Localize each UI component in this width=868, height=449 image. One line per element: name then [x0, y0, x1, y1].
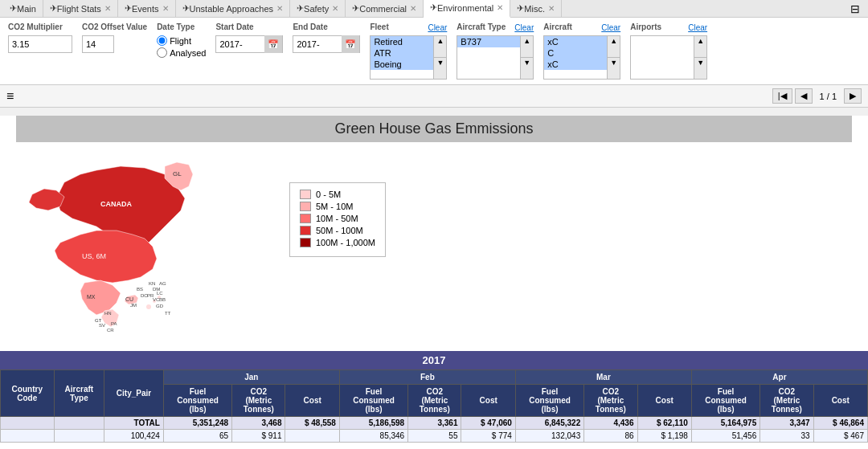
aircraft-scroll-up[interactable]: ▲: [608, 36, 620, 58]
tab-flight-stats-label: Flight Stats: [57, 4, 101, 14]
aircraft-scroll-down[interactable]: ▼: [608, 58, 620, 79]
aircraft-type-scroll-up[interactable]: ▲: [521, 36, 533, 58]
tab-flight-stats-close[interactable]: ✕: [104, 4, 111, 13]
airports-clear-link[interactable]: Clear: [688, 23, 707, 32]
fleet-clear-link[interactable]: Clear: [428, 23, 447, 32]
cu-label: CU: [125, 296, 133, 302]
col-feb-co2: CO2(MetricTonnes): [408, 385, 461, 417]
aircraft-item-xc2[interactable]: xC: [544, 59, 607, 70]
tab-events-close[interactable]: ✕: [162, 4, 169, 13]
airports-listbox[interactable]: [630, 35, 694, 80]
legend-label-100m-1000m: 100M - 1,000M: [316, 238, 375, 247]
end-date-input[interactable]: [293, 38, 342, 51]
row1-feb-co2: 55: [408, 430, 461, 443]
fleet-listbox[interactable]: Retired ATR Boeing: [370, 35, 434, 80]
radio-flight-input[interactable]: [157, 35, 167, 46]
fleet-item-atr[interactable]: ATR: [371, 47, 433, 59]
fleet-scroll-down[interactable]: ▼: [434, 58, 446, 79]
total-mar-cost: $ 62,110: [637, 417, 691, 430]
tab-environmental[interactable]: ✈ Environmental ✕: [424, 0, 510, 18]
aircraft-listbox[interactable]: xC C xC: [543, 35, 608, 80]
legend-label-10m-50m: 10M - 50M: [316, 214, 358, 223]
minimize-icon[interactable]: ⊟: [850, 2, 860, 15]
page-first-button[interactable]: |◀: [772, 88, 792, 104]
radio-analysed-input[interactable]: [157, 47, 167, 58]
row1-apr-cost: $ 467: [813, 430, 867, 443]
legend-item-50m-100m: 50M - 100M: [300, 226, 375, 235]
lc-label: LC: [157, 291, 163, 296]
end-date-calendar-icon[interactable]: 📅: [342, 35, 359, 53]
gd-label: GD: [156, 304, 164, 308]
tab-main[interactable]: ✈ Main: [3, 0, 43, 18]
fleet-label: Fleet: [370, 22, 388, 31]
tab-flight-stats[interactable]: ✈ Flight Stats ✕: [43, 0, 118, 18]
tab-events[interactable]: ✈ Events ✕: [118, 0, 176, 18]
aircraft-type-scroll-down[interactable]: ▼: [521, 58, 533, 79]
row1-feb-fuel: 85,346: [339, 430, 407, 443]
tab-commercial-close[interactable]: ✕: [410, 4, 416, 13]
date-type-radios: Flight Analysed: [157, 35, 206, 58]
col-feb-fuel: FuelConsumed(lbs): [339, 385, 407, 417]
aircraft-type-item-3[interactable]: [457, 49, 520, 51]
main-content: Green House Gas Emmissions: [0, 116, 868, 449]
caribbean-dot: [146, 304, 151, 309]
legend-swatch-100m-1000m: [300, 238, 311, 247]
airports-item-3[interactable]: [631, 39, 694, 41]
page-next-button[interactable]: ▶: [844, 88, 862, 104]
tab-unstable-close[interactable]: ✕: [276, 4, 283, 13]
table-section: 2017 CountryCode AircraftType City_Pair …: [0, 351, 868, 449]
tab-misc[interactable]: ✈ Misc. ✕: [510, 0, 562, 18]
radio-analysed[interactable]: Analysed: [157, 47, 206, 58]
aircraft-type-clear-link[interactable]: Clear: [514, 23, 534, 32]
page-prev-button[interactable]: ◀: [795, 88, 813, 104]
col-jan: Jan: [163, 370, 339, 385]
start-date-input[interactable]: [216, 38, 264, 51]
jm-label: JM: [130, 303, 137, 308]
col-mar: Mar: [515, 370, 691, 385]
start-date-wrap: 📅: [215, 35, 283, 53]
col-jan-cost: Cost: [285, 385, 339, 417]
tab-safety-close[interactable]: ✕: [332, 4, 338, 13]
co2-offset-input[interactable]: [82, 35, 114, 53]
fleet-scroll-up[interactable]: ▲: [434, 36, 446, 58]
aircraft-item-c[interactable]: C: [544, 47, 607, 59]
aircraft-item-xc[interactable]: xC: [544, 36, 607, 47]
airports-scroll-up[interactable]: ▲: [694, 36, 706, 58]
radio-flight[interactable]: Flight: [157, 35, 206, 46]
fleet-item-retired[interactable]: Retired: [371, 36, 433, 47]
co2-offset-group: CO2 Offset Value: [82, 22, 147, 53]
col-feb-cost: Cost: [461, 385, 515, 417]
airports-label: Airports: [630, 22, 661, 31]
col-jan-co2: CO2(MetricTonnes): [232, 385, 285, 417]
aircraft-type-item-b737[interactable]: B737: [457, 36, 520, 47]
tab-environmental-icon: ✈: [430, 2, 437, 13]
tab-misc-close[interactable]: ✕: [548, 4, 555, 13]
aircraft-clear-link[interactable]: Clear: [601, 23, 620, 32]
hamburger-menu[interactable]: ≡: [6, 89, 14, 104]
tab-safety-label: Safety: [304, 4, 329, 14]
aircraft-type-listbox[interactable]: B737: [457, 35, 521, 80]
fleet-list-wrap: Retired ATR Boeing ▲ ▼: [370, 35, 447, 80]
tab-unstable-icon: ✈: [182, 3, 190, 14]
co2-multiplier-input[interactable]: [8, 35, 72, 53]
legend-swatch-10m-50m: [300, 214, 311, 223]
gl-label: GL: [173, 170, 182, 178]
aircraft-type-list-wrap: B737 ▲ ▼: [457, 35, 534, 80]
fleet-item-boeing[interactable]: Boeing: [371, 59, 433, 70]
airports-scroll-down[interactable]: ▼: [694, 58, 706, 79]
tab-commercial[interactable]: ✈ Commercial ✕: [346, 0, 424, 18]
col-aircraft-type: AircraftType: [54, 370, 104, 417]
start-date-calendar-icon[interactable]: 📅: [264, 35, 282, 53]
tab-unstable[interactable]: ✈ Unstable Approaches ✕: [176, 0, 291, 18]
total-jan-cost: $ 48,558: [285, 417, 339, 430]
tab-flight-stats-icon: ✈: [50, 3, 57, 14]
tab-environmental-label: Environmental: [437, 3, 493, 13]
tab-misc-icon: ✈: [517, 3, 524, 14]
col-feb: Feb: [339, 370, 515, 385]
kn-label: KN: [149, 281, 155, 286]
legend-label-0-5m: 0 - 5M: [316, 190, 341, 199]
bs-label: BS: [137, 287, 143, 292]
col-city-pair: City_Pair: [104, 370, 164, 417]
tab-environmental-close[interactable]: ✕: [497, 3, 503, 12]
tab-safety[interactable]: ✈ Safety ✕: [290, 0, 346, 18]
